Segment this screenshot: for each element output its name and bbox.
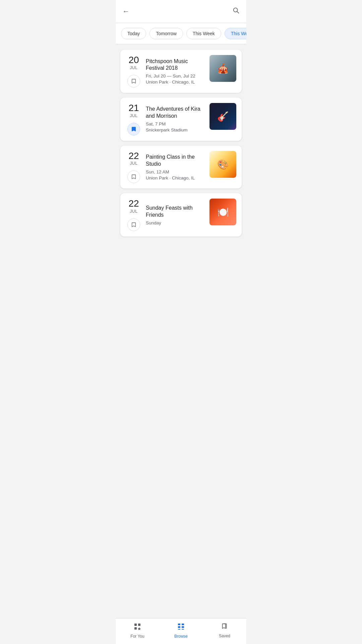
- nav-label: Saved: [219, 634, 230, 638]
- event-thumbnail: [209, 151, 236, 178]
- svg-line-1: [237, 11, 239, 13]
- event-image: [209, 151, 236, 178]
- bookmark-button[interactable]: [127, 170, 140, 183]
- event-month: JUL: [130, 161, 138, 166]
- event-month: JUL: [130, 209, 138, 214]
- event-image: [209, 103, 236, 130]
- svg-rect-4: [134, 627, 137, 630]
- nav-icon-browse: [177, 623, 185, 633]
- filter-chip-this-weekend[interactable]: This Weekend: [225, 28, 246, 39]
- event-info: Pitchspoon Music Festival 2018 Fri, Jul …: [146, 55, 205, 88]
- event-date-left: 22 JUL: [126, 199, 142, 231]
- svg-rect-2: [134, 624, 137, 626]
- event-thumbnail: [209, 103, 236, 130]
- svg-rect-8: [182, 626, 184, 628]
- event-month: JUL: [130, 113, 138, 118]
- svg-rect-5: [178, 624, 180, 625]
- search-icon[interactable]: [231, 5, 241, 17]
- nav-item-browse[interactable]: Browse: [159, 621, 203, 640]
- event-time: Sat, 7 PM: [146, 121, 205, 126]
- event-info: Sunday Feasts with Friends Sunday: [146, 199, 205, 231]
- event-card[interactable]: 22 JUL Sunday Feasts with Friends Sunday: [120, 193, 242, 236]
- event-date-left: 20 JUL: [126, 55, 142, 88]
- bookmark-button[interactable]: [127, 218, 140, 231]
- event-info: The Adventures of Kira and Morrison Sat,…: [146, 103, 205, 136]
- filter-chip-today[interactable]: Today: [121, 28, 146, 39]
- event-time: Fri, Jul 20 — Sun, Jul 22: [146, 73, 205, 78]
- event-card[interactable]: 21 JUL The Adventures of Kira and Morris…: [120, 98, 242, 141]
- svg-rect-10: [182, 629, 184, 630]
- event-image: [209, 199, 236, 225]
- event-location: Union Park · Chicago, IL: [146, 79, 205, 85]
- event-image: [209, 55, 236, 82]
- event-thumbnail: [209, 199, 236, 225]
- event-info: Painting Class in the Studio Sun, 12 AM …: [146, 151, 205, 183]
- bottom-nav: For You Browse Saved: [116, 618, 246, 644]
- event-location: Union Park · Chicago, IL: [146, 175, 205, 180]
- event-time: Sunday: [146, 220, 205, 225]
- filter-chip-tomorrow[interactable]: Tomorrow: [149, 28, 183, 39]
- svg-rect-6: [182, 624, 184, 625]
- nav-item-for-you[interactable]: For You: [116, 621, 159, 640]
- event-thumbnail: [209, 55, 236, 82]
- back-button[interactable]: ←: [121, 6, 131, 17]
- event-day: 21: [128, 103, 139, 113]
- svg-rect-9: [178, 629, 180, 630]
- event-month: JUL: [130, 65, 138, 70]
- event-date-left: 22 JUL: [126, 151, 142, 183]
- event-day: 22: [128, 151, 139, 161]
- bookmark-button[interactable]: [127, 75, 140, 88]
- nav-icon-for-you: [133, 623, 141, 633]
- event-card[interactable]: 22 JUL Painting Class in the Studio Sun,…: [120, 146, 242, 189]
- filter-bar: TodayTomorrowThis WeekThis Weekend: [116, 23, 246, 44]
- event-location: Snickerpark Stadium: [146, 127, 205, 132]
- nav-icon-saved: [221, 623, 228, 632]
- nav-label: Browse: [174, 634, 188, 639]
- header: ←: [116, 0, 246, 23]
- events-list: 20 JUL Pitchspoon Music Festival 2018 Fr…: [116, 44, 246, 242]
- event-name: Sunday Feasts with Friends: [146, 205, 205, 219]
- event-date-left: 21 JUL: [126, 103, 142, 136]
- filter-chip-this-week[interactable]: This Week: [186, 28, 221, 39]
- event-time: Sun, 12 AM: [146, 169, 205, 174]
- nav-label: For You: [130, 634, 144, 639]
- event-name: The Adventures of Kira and Morrison: [146, 106, 205, 120]
- svg-rect-7: [178, 626, 180, 628]
- event-day: 22: [128, 199, 139, 209]
- event-card[interactable]: 20 JUL Pitchspoon Music Festival 2018 Fr…: [120, 50, 242, 93]
- event-name: Pitchspoon Music Festival 2018: [146, 58, 205, 72]
- event-name: Painting Class in the Studio: [146, 154, 205, 168]
- event-day: 20: [128, 55, 139, 65]
- svg-rect-3: [138, 624, 140, 626]
- nav-item-saved[interactable]: Saved: [203, 622, 246, 640]
- bookmark-button[interactable]: [127, 123, 140, 136]
